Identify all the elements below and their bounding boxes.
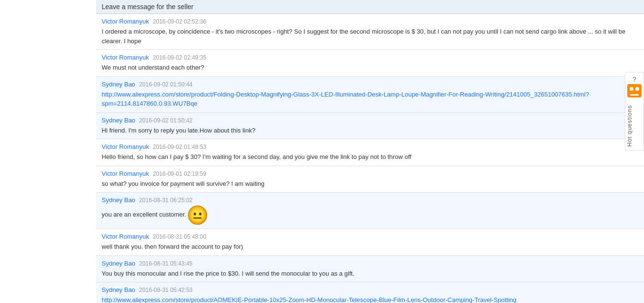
message-time: 2016-09-02 01:50:44 [139, 81, 192, 88]
message-time: 2016-08-31 06:25:02 [139, 197, 192, 204]
message-row: Sydney Bao2016-08-31 05:43:45You buy thi… [96, 256, 644, 283]
message-meta: Victor Romanyuk2016-09-02 02:52:36 [102, 18, 638, 25]
message-meta: Victor Romanyuk2016-09-01 02:19:59 [102, 170, 638, 177]
message-link[interactable]: http://www.aliexpress.com/store/product/… [102, 91, 589, 108]
sender-name[interactable]: Sydney Bao [102, 117, 135, 124]
message-body: so what? you invoice for payment will su… [102, 179, 638, 189]
sender-name[interactable]: Sydney Bao [102, 81, 135, 88]
page-wrapper: Leave a message for the seller Victor Ro… [0, 0, 644, 303]
emoji-icon [188, 206, 207, 225]
message-meta: Victor Romanyuk2016-08-31 05:48:00 [102, 233, 638, 240]
hot-questions-label: Hot questions [625, 101, 634, 150]
message-link[interactable]: http://www.aliexpress.com/store/product/… [102, 296, 516, 303]
sender-name[interactable]: Victor Romanyuk [102, 143, 149, 150]
sender-name[interactable]: Sydney Bao [102, 196, 135, 204]
message-row: Sydney Bao2016-09-02 01:50:42Hi friend. … [96, 113, 644, 140]
message-meta: Sydney Bao2016-08-31 06:25:02 [102, 196, 638, 204]
message-row: Victor Romanyuk2016-09-02 02:49:35We mus… [96, 50, 644, 77]
message-body: Hi friend. I'm sorry to reply you late.H… [102, 126, 638, 135]
message-body: http://www.aliexpress.com/store/product/… [102, 90, 638, 109]
message-row: Victor Romanyuk2016-09-02 02:52:36I orde… [96, 14, 644, 50]
message-body: You buy this monocular and I rise the pr… [102, 269, 638, 279]
message-meta: Sydney Bao2016-08-31 05:42:53 [102, 286, 638, 293]
sender-name[interactable]: Sydney Bao [102, 260, 135, 267]
message-body: I ordered a microscope, by coincidence -… [102, 27, 638, 46]
message-body: Hello friend, so how can I pay $ 30? I'm… [102, 152, 638, 162]
message-body: http://www.aliexpress.com/store/product/… [102, 295, 638, 303]
hot-questions-sidebar[interactable]: ? Hot questions [625, 72, 644, 151]
message-time: 2016-08-31 05:43:45 [139, 260, 192, 267]
sender-name[interactable]: Victor Romanyuk [102, 18, 149, 25]
message-row: Victor Romanyuk2016-09-01 02:19:59so wha… [96, 166, 644, 193]
messages-container: Victor Romanyuk2016-09-02 02:52:36I orde… [96, 14, 644, 303]
sender-name[interactable]: Victor Romanyuk [102, 233, 149, 240]
page-title: Leave a message for the seller [102, 3, 193, 11]
page-header: Leave a message for the seller [96, 0, 644, 14]
message-time: 2016-09-02 01:48:53 [153, 144, 206, 150]
robot-icon [627, 84, 642, 97]
message-time: 2016-09-02 01:50:42 [139, 117, 192, 124]
message-body: We must not understand each other? [102, 63, 638, 73]
message-time: 2016-09-02 02:49:35 [153, 54, 206, 61]
sender-name[interactable]: Sydney Bao [102, 286, 135, 293]
message-meta: Sydney Bao2016-09-02 01:50:42 [102, 117, 638, 124]
message-meta: Victor Romanyuk2016-09-02 02:49:35 [102, 54, 638, 61]
message-row: Victor Romanyuk2016-08-31 05:48:00well t… [96, 229, 644, 256]
message-row: Sydney Bao2016-08-31 05:42:53http://www.… [96, 282, 644, 303]
sender-name[interactable]: Victor Romanyuk [102, 170, 149, 177]
robot-icon-area: ? [625, 73, 644, 101]
message-time: 2016-09-01 02:19:59 [153, 170, 206, 177]
message-row: Sydney Bao2016-08-31 06:25:02you are an … [96, 193, 644, 229]
message-meta: Victor Romanyuk2016-09-02 01:48:53 [102, 143, 638, 150]
message-meta: Sydney Bao2016-09-02 01:50:44 [102, 81, 638, 88]
main-content: Leave a message for the seller Victor Ro… [96, 0, 644, 303]
message-body: you are an excellent customer. [102, 206, 638, 225]
message-time: 2016-08-31 05:48:00 [153, 233, 206, 240]
message-body: well thank you. then forward the account… [102, 242, 638, 252]
message-row: Victor Romanyuk2016-09-02 01:48:53Hello … [96, 139, 644, 166]
message-meta: Sydney Bao2016-08-31 05:43:45 [102, 260, 638, 267]
message-row: Sydney Bao2016-09-02 01:50:44http://www.… [96, 77, 644, 113]
message-time: 2016-08-31 05:42:53 [139, 287, 192, 293]
question-mark-icon: ? [632, 75, 637, 83]
sender-name[interactable]: Victor Romanyuk [102, 54, 149, 61]
message-time: 2016-09-02 02:52:36 [153, 18, 206, 25]
